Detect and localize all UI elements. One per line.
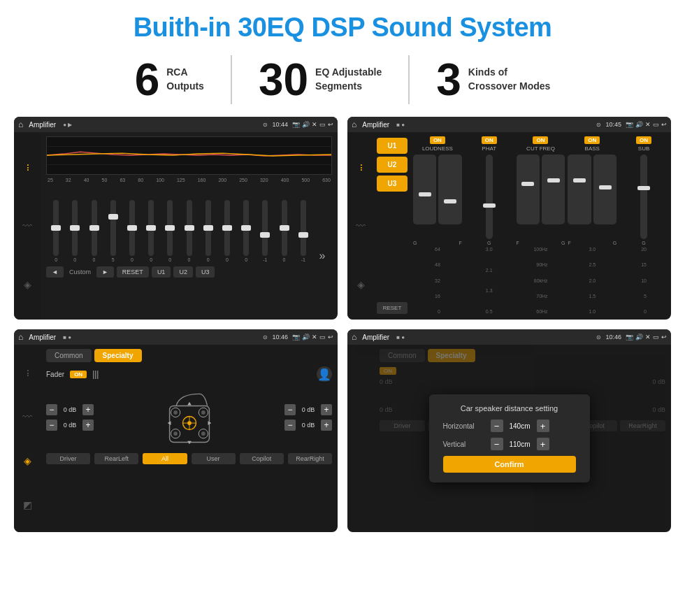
fader-sliders-icon: ||| bbox=[92, 369, 99, 379]
amp-status-bar: ⌂ Amplifier ■ ● ⊙ 10:45 📷🔊✕▭↩ bbox=[347, 117, 671, 132]
back-icon: ↩ bbox=[328, 121, 333, 128]
eq-time: 10:44 bbox=[272, 121, 288, 128]
dialog-confirm-button[interactable]: Confirm bbox=[443, 456, 576, 473]
amp-title: Amplifier bbox=[362, 121, 389, 129]
eq-slider-13: 0 bbox=[275, 200, 292, 262]
dialog-location-icon: ⊙ bbox=[596, 334, 601, 341]
loudness-slider-1[interactable] bbox=[413, 155, 436, 224]
eq-u2-button[interactable]: U2 bbox=[173, 266, 193, 278]
fader-right-bot-val: 0 dB bbox=[298, 422, 318, 429]
dialog-horizontal-minus[interactable]: − bbox=[491, 420, 503, 432]
fader-left-top-plus[interactable]: + bbox=[82, 404, 94, 415]
bass-label: BASS bbox=[585, 145, 600, 152]
bass-slider-2[interactable] bbox=[593, 155, 616, 224]
fader-copilot-btn[interactable]: Copilot bbox=[240, 453, 284, 464]
eq-content: ⫶ 〰 ◈ bbox=[14, 132, 338, 320]
amp-location-icon: ⊙ bbox=[596, 122, 601, 128]
fader-left-top-ctrl: − 0 dB + bbox=[46, 404, 94, 415]
amp-wave-icon[interactable]: 〰 bbox=[356, 220, 366, 231]
fader-header: Fader ON ||| 👤 bbox=[46, 366, 332, 382]
amp-u3-button[interactable]: U3 bbox=[377, 176, 408, 192]
amp-channel-sub: ON SUB G 20151050 bbox=[619, 136, 668, 315]
fader-left-bot-plus[interactable]: + bbox=[82, 420, 94, 431]
screens-grid: ⌂ Amplifier ● ▶ ⊙ 10:44 📷 🔊 ✕ ▭ ↩ ⫶ 〰 ◈ bbox=[0, 117, 685, 539]
fader-left-bot-minus[interactable]: − bbox=[46, 420, 57, 431]
dialog-vertical-minus[interactable]: − bbox=[491, 438, 503, 450]
eq-title: Amplifier bbox=[29, 121, 56, 129]
feature-crossover-text: Kinds of Crossover Modes bbox=[468, 66, 550, 93]
sub-label: SUB bbox=[638, 145, 649, 152]
cutfreq-on-badge: ON bbox=[533, 136, 548, 144]
loudness-freq: 644832160 bbox=[435, 245, 440, 315]
loudness-slider-2[interactable] bbox=[438, 155, 461, 224]
dialog-status-bar: ⌂ Amplifier ■ ● ⊙ 10:46 📷🔊✕▭↩ bbox=[347, 329, 671, 345]
dialog-title-bar: Amplifier bbox=[362, 334, 389, 341]
eq-graph-svg bbox=[47, 137, 331, 174]
fader-right-top-minus[interactable]: − bbox=[284, 404, 296, 415]
bass-slider-1[interactable] bbox=[568, 155, 591, 224]
close-icon: ✕ bbox=[312, 121, 317, 128]
dialog-horizontal-plus[interactable]: + bbox=[537, 420, 549, 432]
eq-wave-icon[interactable]: 〰 bbox=[14, 215, 41, 237]
cutfreq-label: CUT FREQ bbox=[526, 145, 555, 152]
minimize-icon: ▭ bbox=[319, 121, 326, 128]
eq-slider-4: 5 bbox=[105, 200, 122, 262]
cutfreq-slider-1[interactable] bbox=[517, 155, 540, 224]
amp-filter-icon[interactable]: ⫶ bbox=[359, 162, 363, 173]
fader-driver-btn[interactable]: Driver bbox=[46, 453, 90, 464]
phat-freq: 3.02.11.30.5 bbox=[486, 245, 493, 315]
eq-filter-icon[interactable]: ⫶ bbox=[14, 156, 41, 178]
sub-freq: 20151050 bbox=[641, 245, 647, 315]
fader-volume-icon[interactable]: ◩ bbox=[23, 499, 32, 510]
fader-left-top-minus[interactable]: − bbox=[46, 404, 57, 415]
amp-channel-loudness: ON LOUDNESS GF 644832160 bbox=[413, 136, 462, 315]
dialog-horizontal-label: Horizontal bbox=[443, 422, 485, 430]
eq-slider-14: -1 bbox=[295, 200, 312, 262]
eq-reset-button[interactable]: RESET bbox=[117, 266, 149, 278]
eq-graph bbox=[46, 136, 332, 175]
eq-slider-7: 0 bbox=[161, 200, 178, 262]
fader-user-btn[interactable]: User bbox=[192, 453, 236, 464]
fader-right-top-plus[interactable]: + bbox=[321, 404, 332, 415]
fader-tab-specialty[interactable]: Specialty bbox=[94, 349, 142, 362]
eq-slider-6: 0 bbox=[143, 200, 159, 262]
amp-u1-button[interactable]: U1 bbox=[377, 138, 408, 154]
feature-rca-number: 6 bbox=[135, 57, 160, 102]
fader-speaker-icon[interactable]: ◈ bbox=[24, 455, 31, 466]
eq-slider-9: 0 bbox=[200, 200, 217, 262]
amp-u-panel: U1 U2 U3 RESET bbox=[374, 132, 410, 320]
fader-wave-icon[interactable]: 〰 bbox=[22, 411, 32, 422]
svg-point-11 bbox=[201, 431, 206, 436]
fader-left-bot-ctrl: − 0 dB + bbox=[46, 420, 94, 431]
fader-right-bot-ctrl: − 0 dB + bbox=[284, 420, 332, 431]
eq-slider-2: 0 bbox=[66, 200, 83, 262]
eq-u3-button[interactable]: U3 bbox=[196, 266, 215, 278]
eq-speaker-icon[interactable]: ◈ bbox=[14, 273, 41, 296]
fader-rearright-btn[interactable]: RearRight bbox=[288, 453, 332, 464]
sub-slider[interactable] bbox=[640, 155, 647, 239]
eq-u1-button[interactable]: U1 bbox=[152, 266, 171, 278]
dialog-screen: ⌂ Amplifier ■ ● ⊙ 10:46 📷🔊✕▭↩ Common Spe… bbox=[347, 329, 671, 532]
eq-prev-button[interactable]: ◄ bbox=[46, 266, 64, 278]
fader-all-btn[interactable]: All bbox=[143, 453, 187, 464]
phat-slider[interactable] bbox=[486, 155, 493, 239]
dialog-vertical-plus[interactable]: + bbox=[537, 438, 549, 450]
fader-screen: ⌂ Amplifier ■ ● ⊙ 10:46 📷🔊✕▭↩ ⫶ 〰 ◈ ◩ Co… bbox=[14, 329, 338, 532]
fader-filter-icon[interactable]: ⫶ bbox=[25, 367, 30, 378]
eq-controls: ◄ Custom ► RESET U1 U2 U3 bbox=[46, 266, 332, 278]
amp-reset-button[interactable]: RESET bbox=[377, 302, 408, 314]
fader-on-badge: ON bbox=[70, 371, 87, 378]
fader-right-bot-minus[interactable]: − bbox=[284, 420, 296, 431]
eq-next-button[interactable]: ► bbox=[96, 266, 114, 278]
fader-rearleft-btn[interactable]: RearLeft bbox=[94, 453, 138, 464]
svg-point-5 bbox=[173, 410, 178, 415]
fader-tab-common[interactable]: Common bbox=[46, 349, 92, 362]
eq-mode-label: Custom bbox=[66, 266, 94, 278]
volume-icon: 🔊 bbox=[302, 121, 310, 128]
amp-u2-button[interactable]: U2 bbox=[377, 157, 408, 173]
car-diagram bbox=[98, 386, 280, 449]
amp-speaker-icon[interactable]: ◈ bbox=[357, 279, 365, 290]
fader-right-bot-plus[interactable]: + bbox=[321, 420, 332, 431]
cutfreq-slider-2[interactable] bbox=[542, 155, 565, 224]
eq-slider-next[interactable]: » bbox=[314, 250, 331, 262]
